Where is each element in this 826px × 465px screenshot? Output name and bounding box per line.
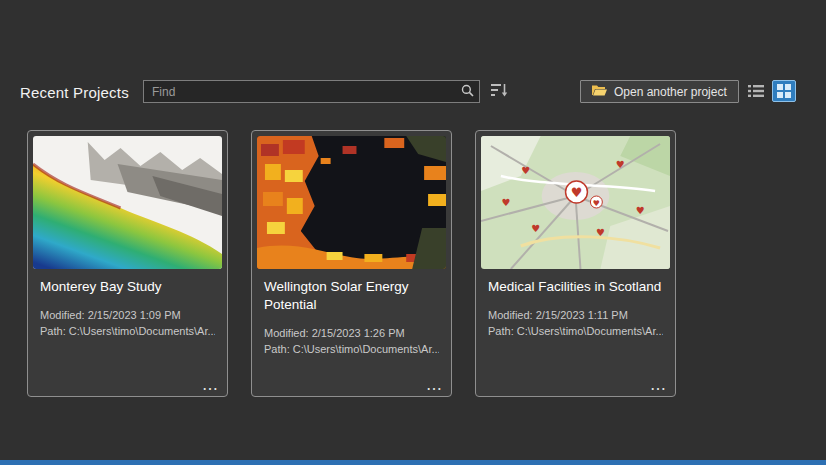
svg-text:♥: ♥ [531, 223, 540, 234]
project-path: Path: C:\Users\timo\Documents\Ar... [40, 325, 215, 337]
grid-view-button[interactable] [772, 80, 796, 102]
project-title: Medical Facilities in Scotland [488, 278, 663, 296]
project-thumbnail [257, 136, 446, 269]
svg-text:♥: ♥ [636, 205, 645, 216]
project-title: Monterey Bay Study [40, 278, 215, 296]
sort-button[interactable] [488, 81, 510, 103]
find-box[interactable] [143, 80, 480, 103]
project-thumbnail [33, 136, 222, 269]
bottom-taskbar-strip [0, 460, 826, 465]
project-path: Path: C:\Users\timo\Documents\Ar... [488, 325, 663, 337]
svg-text:♥: ♥ [593, 199, 600, 208]
project-modified: Modified: 2/15/2023 1:26 PM [264, 327, 439, 339]
search-button[interactable] [455, 81, 479, 102]
project-card-scotland[interactable]: ♥ ♥ ♥ ♥ ♥ ♥ ♥ ♥ Medical Facilities in Sc… [475, 130, 676, 397]
project-title: Wellington Solar Energy Potential [264, 278, 439, 314]
project-card-wellington[interactable]: Wellington Solar Energy Potential Modifi… [251, 130, 452, 397]
search-icon [461, 84, 474, 100]
svg-text:♥: ♥ [571, 185, 583, 200]
project-modified: Modified: 2/15/2023 1:09 PM [40, 309, 215, 321]
sort-icon [491, 83, 508, 101]
open-another-project-button[interactable]: Open another project [580, 80, 739, 103]
svg-text:♥: ♥ [521, 165, 530, 176]
card-menu-button[interactable]: … [426, 375, 443, 394]
list-view-button[interactable] [746, 83, 766, 101]
project-thumbnail: ♥ ♥ ♥ ♥ ♥ ♥ ♥ ♥ [481, 136, 670, 269]
grid-view-icon [777, 84, 791, 98]
open-another-project-label: Open another project [614, 85, 727, 99]
search-input[interactable] [144, 81, 455, 102]
project-card-monterey[interactable]: Monterey Bay Study Modified: 2/15/2023 1… [27, 130, 228, 397]
svg-text:♥: ♥ [596, 227, 605, 238]
folder-icon [592, 84, 607, 99]
page-title: Recent Projects [20, 84, 129, 101]
card-menu-button[interactable]: … [202, 375, 219, 394]
svg-text:♥: ♥ [616, 159, 625, 170]
recent-projects-grid: Monterey Bay Study Modified: 2/15/2023 1… [27, 130, 676, 397]
project-path: Path: C:\Users\timo\Documents\Ar... [264, 343, 439, 355]
list-view-icon [748, 84, 764, 101]
svg-text:♥: ♥ [501, 197, 510, 208]
project-modified: Modified: 2/15/2023 1:11 PM [488, 309, 663, 321]
card-menu-button[interactable]: … [650, 375, 667, 394]
